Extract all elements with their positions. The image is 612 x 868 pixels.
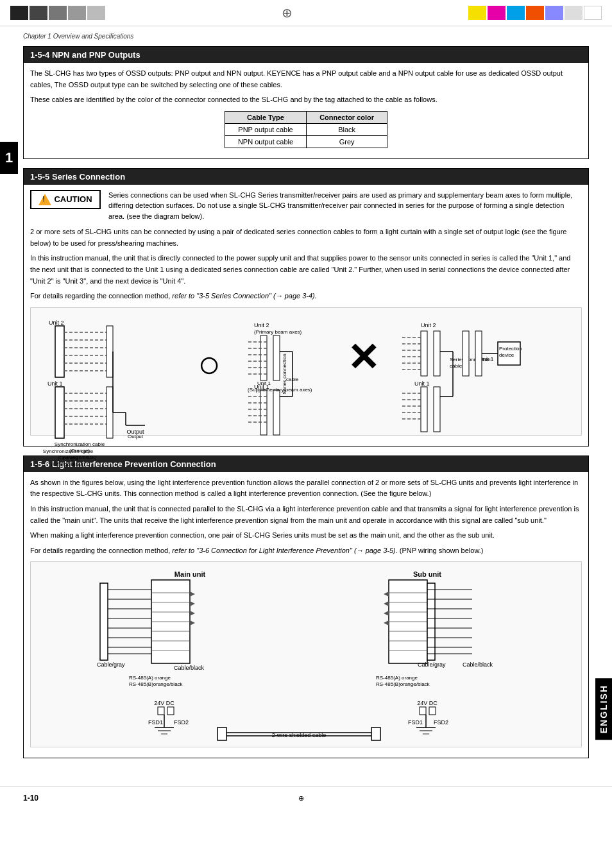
svg-rect-15 (106, 326, 113, 377)
npn-connector-color: Grey (307, 135, 387, 148)
svg-text:RS-485(B)orange/black: RS-485(B)orange/black (376, 681, 430, 687)
svg-rect-138 (427, 583, 435, 660)
section-light-title: 1-5-6 Light Interference Prevention Conn… (24, 456, 588, 472)
section-npn-title: 1-5-4 NPN and PNP Outputs (24, 47, 588, 63)
caution-row: CAUTION Series connections can be used w… (30, 190, 582, 222)
light-para3: When making a light interference prevent… (30, 530, 582, 541)
crosshair-symbol: ⊕ (118, 5, 455, 21)
strip-r5 (545, 6, 563, 20)
svg-rect-36 (273, 390, 280, 435)
svg-text:Unit 1: Unit 1 (414, 380, 430, 387)
strip-1 (10, 6, 28, 20)
caution-badge: CAUTION (30, 190, 101, 209)
svg-marker-105 (190, 601, 195, 606)
svg-rect-87 (100, 583, 108, 660)
svg-text:Sub unit: Sub unit (413, 570, 441, 578)
strip-4 (68, 6, 86, 20)
svg-text:✕: ✕ (347, 336, 379, 379)
series-connection-diagram: Unit 2 Unit 1 (30, 307, 582, 436)
svg-text:Unit 2: Unit 2 (421, 322, 436, 328)
svg-text:FSD2: FSD2 (434, 719, 448, 726)
svg-marker-130 (384, 620, 389, 625)
section-series-title: 1-5-5 Series Connection (24, 169, 588, 185)
svg-marker-106 (190, 611, 195, 616)
series-para2: In this instruction manual, the unit tha… (30, 253, 582, 287)
table-row: NPN output cable Grey (225, 135, 387, 148)
section-npn-content: The SL-CHG has two types of OSSD outputs… (24, 63, 588, 158)
svg-text:Protection: Protection (499, 346, 522, 352)
cable-type-table: Cable Type Connector color PNP output ca… (225, 111, 387, 148)
svg-rect-114 (167, 707, 174, 715)
svg-marker-107 (190, 620, 195, 625)
svg-rect-29 (273, 336, 280, 380)
svg-text:Unit 1: Unit 1 (47, 380, 63, 387)
page-number: 1-10 (23, 794, 38, 803)
svg-text:Unit 2: Unit 2 (254, 322, 269, 328)
strip-r3 (507, 6, 525, 20)
pnp-cable-type: PNP output cable (225, 123, 306, 135)
light-para2: In this instruction manual, the unit tha… (30, 504, 582, 526)
footer: 1-10 ⊕ (0, 787, 612, 809)
svg-text:Output: Output (128, 434, 144, 439)
svg-rect-0 (55, 326, 64, 377)
header-bar: ⊕ (0, 0, 612, 26)
light-interference-svg: Main unit Sub unit (36, 567, 576, 740)
svg-rect-60 (475, 331, 482, 376)
section-light-content: As shown in the figures below, using the… (24, 472, 588, 758)
svg-marker-127 (384, 591, 389, 597)
svg-rect-16 (106, 387, 113, 438)
section-light-interference: 1-5-6 Light Interference Prevention Conn… (23, 455, 589, 759)
col-connector-color: Connector color (307, 111, 387, 123)
svg-text:(Orange/black): (Orange/black) (51, 461, 85, 467)
svg-rect-124 (217, 728, 226, 740)
svg-rect-59 (463, 331, 469, 376)
svg-rect-65 (421, 387, 427, 432)
color-strips-right (468, 6, 602, 20)
svg-text:device: device (499, 352, 514, 358)
pnp-connector-color: Black (307, 123, 387, 135)
svg-text:(Supplementary beam axes): (Supplementary beam axes) (248, 387, 312, 393)
svg-text:Main unit: Main unit (174, 570, 206, 578)
chapter-heading: Chapter 1 Overview and Specifications (23, 33, 589, 40)
npn-para2: These cables are identified by the color… (30, 94, 582, 106)
svg-text:RS-485(B)orange/black: RS-485(B)orange/black (129, 681, 183, 687)
svg-rect-125 (371, 728, 380, 740)
svg-text:○: ○ (198, 343, 221, 386)
table-row: PNP output cable Black (225, 123, 387, 135)
chapter-number-tab: 1 (0, 142, 18, 174)
strip-3 (49, 6, 67, 20)
svg-rect-152 (420, 707, 426, 715)
caution-triangle-icon (38, 194, 51, 205)
strip-r4 (526, 6, 544, 20)
svg-text:Cable/black: Cable/black (174, 665, 205, 671)
caution-label: CAUTION (54, 194, 92, 204)
svg-rect-51 (421, 331, 427, 376)
svg-text:Cable/gray: Cable/gray (97, 661, 125, 668)
series-para3: For details regarding the connection met… (30, 291, 582, 302)
npn-cable-type: NPN output cable (225, 135, 306, 148)
svg-text:Synchronization cable: Synchronization cable (55, 441, 105, 447)
strip-r1 (468, 6, 486, 20)
light-para4: For details regarding the connection met… (30, 545, 582, 557)
section-series-content: CAUTION Series connections can be used w… (24, 185, 588, 446)
svg-text:(Orange/black): (Orange/black) (63, 454, 97, 460)
svg-text:RS-485(A) orange: RS-485(A) orange (376, 675, 418, 681)
svg-text:Unit 2: Unit 2 (49, 319, 64, 326)
svg-text:24V DC: 24V DC (154, 700, 174, 706)
svg-text:24V DC: 24V DC (417, 700, 438, 706)
svg-text:(Primary beam axes): (Primary beam axes) (254, 329, 302, 335)
strip-r7 (584, 6, 602, 20)
svg-rect-153 (429, 707, 436, 715)
svg-rect-8 (55, 387, 64, 438)
color-strips-left (10, 6, 105, 20)
strip-5 (87, 6, 105, 20)
series-svg: Unit 2 Unit 1 (36, 313, 576, 429)
footer-crosshair: ⊕ (298, 794, 304, 803)
svg-text:(Orange): (Orange) (69, 448, 90, 454)
svg-text:FSD1: FSD1 (148, 719, 163, 726)
page-content: 1 Chapter 1 Overview and Specifications … (0, 26, 612, 787)
svg-marker-104 (190, 591, 195, 597)
strip-2 (30, 6, 47, 20)
svg-rect-113 (158, 707, 164, 715)
npn-para1: The SL-CHG has two types of OSSD outputs… (30, 68, 582, 90)
